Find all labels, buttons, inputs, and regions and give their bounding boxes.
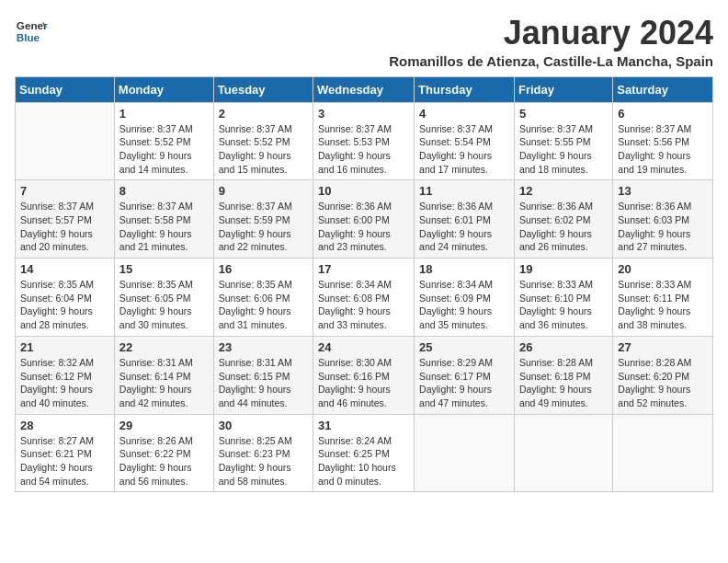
day-number: 19 [519, 262, 608, 276]
calendar-cell: 15Sunrise: 8:35 AM Sunset: 6:05 PM Dayli… [114, 259, 213, 337]
calendar-cell: 22Sunrise: 8:31 AM Sunset: 6:14 PM Dayli… [114, 336, 213, 414]
day-info: Sunrise: 8:33 AM Sunset: 6:11 PM Dayligh… [618, 278, 708, 332]
day-number: 14 [20, 262, 109, 276]
day-number: 15 [119, 262, 209, 276]
day-number: 6 [618, 107, 708, 121]
day-info: Sunrise: 8:24 AM Sunset: 6:25 PM Dayligh… [318, 434, 409, 488]
day-info: Sunrise: 8:27 AM Sunset: 6:21 PM Dayligh… [20, 434, 109, 488]
calendar-cell: 24Sunrise: 8:30 AM Sunset: 6:16 PM Dayli… [313, 336, 415, 414]
day-number: 7 [20, 184, 109, 198]
day-number: 3 [318, 107, 409, 121]
calendar-cell: 8Sunrise: 8:37 AM Sunset: 5:58 PM Daylig… [114, 180, 213, 259]
calendar-week-row: 21Sunrise: 8:32 AM Sunset: 6:12 PM Dayli… [16, 336, 713, 414]
calendar-cell: 2Sunrise: 8:37 AM Sunset: 5:52 PM Daylig… [213, 102, 313, 180]
day-info: Sunrise: 8:32 AM Sunset: 6:12 PM Dayligh… [20, 356, 109, 410]
calendar-cell: 20Sunrise: 8:33 AM Sunset: 6:11 PM Dayli… [613, 259, 713, 337]
calendar-week-row: 1Sunrise: 8:37 AM Sunset: 5:52 PM Daylig… [16, 102, 713, 180]
day-info: Sunrise: 8:36 AM Sunset: 6:02 PM Dayligh… [519, 200, 608, 254]
calendar-cell: 14Sunrise: 8:35 AM Sunset: 6:04 PM Dayli… [16, 259, 115, 337]
calendar-week-row: 7Sunrise: 8:37 AM Sunset: 5:57 PM Daylig… [16, 180, 713, 259]
day-of-week-header: Tuesday [213, 76, 313, 102]
calendar-cell: 11Sunrise: 8:36 AM Sunset: 6:01 PM Dayli… [415, 180, 515, 259]
logo-icon: General Blue [15, 15, 48, 48]
day-number: 12 [519, 184, 608, 198]
day-number: 4 [419, 107, 509, 121]
day-number: 26 [519, 340, 608, 354]
day-of-week-header: Sunday [16, 76, 115, 102]
calendar-cell: 7Sunrise: 8:37 AM Sunset: 5:57 PM Daylig… [16, 180, 115, 259]
day-number: 8 [119, 184, 209, 198]
logo: General Blue [15, 15, 48, 48]
day-number: 30 [219, 419, 308, 432]
calendar-cell: 18Sunrise: 8:34 AM Sunset: 6:09 PM Dayli… [415, 259, 515, 337]
calendar-cell: 1Sunrise: 8:37 AM Sunset: 5:52 PM Daylig… [114, 102, 213, 180]
calendar-cell: 27Sunrise: 8:28 AM Sunset: 6:20 PM Dayli… [613, 336, 713, 414]
calendar-cell: 5Sunrise: 8:37 AM Sunset: 5:55 PM Daylig… [514, 102, 612, 180]
day-info: Sunrise: 8:36 AM Sunset: 6:00 PM Dayligh… [318, 200, 409, 254]
calendar-cell: 9Sunrise: 8:37 AM Sunset: 5:59 PM Daylig… [213, 180, 313, 259]
day-info: Sunrise: 8:35 AM Sunset: 6:06 PM Dayligh… [219, 278, 308, 332]
calendar-cell: 17Sunrise: 8:34 AM Sunset: 6:08 PM Dayli… [313, 259, 415, 337]
calendar-cell: 31Sunrise: 8:24 AM Sunset: 6:25 PM Dayli… [313, 414, 415, 492]
calendar-cell: 12Sunrise: 8:36 AM Sunset: 6:02 PM Dayli… [514, 180, 612, 259]
day-number: 2 [219, 107, 308, 121]
day-number: 27 [618, 340, 708, 354]
day-info: Sunrise: 8:33 AM Sunset: 6:10 PM Dayligh… [519, 278, 608, 332]
day-number: 25 [419, 340, 509, 354]
calendar-body: 1Sunrise: 8:37 AM Sunset: 5:52 PM Daylig… [16, 102, 713, 492]
day-number: 17 [318, 262, 409, 276]
day-number: 9 [219, 184, 308, 198]
day-number: 20 [618, 262, 708, 276]
day-info: Sunrise: 8:26 AM Sunset: 6:22 PM Dayligh… [119, 434, 209, 488]
day-of-week-header: Thursday [415, 76, 515, 102]
day-of-week-header: Friday [514, 76, 612, 102]
calendar-cell [514, 414, 612, 492]
day-info: Sunrise: 8:37 AM Sunset: 5:57 PM Dayligh… [20, 200, 109, 254]
day-info: Sunrise: 8:37 AM Sunset: 5:59 PM Dayligh… [219, 200, 308, 254]
day-info: Sunrise: 8:29 AM Sunset: 6:17 PM Dayligh… [419, 356, 509, 410]
day-info: Sunrise: 8:31 AM Sunset: 6:15 PM Dayligh… [219, 356, 308, 410]
calendar-cell: 29Sunrise: 8:26 AM Sunset: 6:22 PM Dayli… [114, 414, 213, 492]
day-info: Sunrise: 8:36 AM Sunset: 6:03 PM Dayligh… [618, 200, 708, 254]
day-info: Sunrise: 8:35 AM Sunset: 6:04 PM Dayligh… [20, 278, 109, 332]
day-info: Sunrise: 8:28 AM Sunset: 6:20 PM Dayligh… [618, 356, 708, 410]
day-number: 16 [219, 262, 308, 276]
calendar-cell: 26Sunrise: 8:28 AM Sunset: 6:18 PM Dayli… [514, 336, 612, 414]
day-info: Sunrise: 8:37 AM Sunset: 5:56 PM Dayligh… [618, 122, 708, 177]
day-number: 24 [318, 340, 409, 354]
day-of-week-header: Saturday [613, 76, 713, 102]
calendar-cell: 23Sunrise: 8:31 AM Sunset: 6:15 PM Dayli… [213, 336, 313, 414]
day-info: Sunrise: 8:36 AM Sunset: 6:01 PM Dayligh… [419, 200, 509, 254]
calendar-week-row: 28Sunrise: 8:27 AM Sunset: 6:21 PM Dayli… [16, 414, 713, 492]
day-number: 21 [20, 340, 109, 354]
day-info: Sunrise: 8:37 AM Sunset: 5:52 PM Dayligh… [219, 122, 308, 177]
day-number: 11 [419, 184, 509, 198]
day-number: 29 [119, 419, 209, 432]
calendar-cell [613, 414, 713, 492]
day-info: Sunrise: 8:28 AM Sunset: 6:18 PM Dayligh… [519, 356, 608, 410]
svg-text:General: General [17, 19, 48, 31]
month-title: January 2024 [389, 15, 713, 52]
title-block: January 2024 Romanillos de Atienza, Cast… [389, 15, 713, 69]
location-subtitle: Romanillos de Atienza, Castille-La Manch… [389, 53, 713, 69]
calendar-cell: 3Sunrise: 8:37 AM Sunset: 5:53 PM Daylig… [313, 102, 415, 180]
calendar-cell: 19Sunrise: 8:33 AM Sunset: 6:10 PM Dayli… [514, 259, 612, 337]
day-number: 10 [318, 184, 409, 198]
calendar-cell: 16Sunrise: 8:35 AM Sunset: 6:06 PM Dayli… [213, 259, 313, 337]
day-number: 5 [519, 107, 608, 121]
day-info: Sunrise: 8:37 AM Sunset: 5:55 PM Dayligh… [519, 122, 608, 177]
day-number: 22 [119, 340, 209, 354]
calendar-cell: 28Sunrise: 8:27 AM Sunset: 6:21 PM Dayli… [16, 414, 115, 492]
day-info: Sunrise: 8:37 AM Sunset: 5:58 PM Dayligh… [119, 200, 209, 254]
day-info: Sunrise: 8:37 AM Sunset: 5:52 PM Dayligh… [119, 122, 209, 177]
day-number: 23 [219, 340, 308, 354]
day-info: Sunrise: 8:34 AM Sunset: 6:09 PM Dayligh… [419, 278, 509, 332]
calendar-cell [16, 102, 115, 180]
calendar-cell: 6Sunrise: 8:37 AM Sunset: 5:56 PM Daylig… [613, 102, 713, 180]
day-of-week-header: Wednesday [313, 76, 415, 102]
calendar-cell: 13Sunrise: 8:36 AM Sunset: 6:03 PM Dayli… [613, 180, 713, 259]
day-of-week-row: SundayMondayTuesdayWednesdayThursdayFrid… [16, 76, 713, 102]
day-number: 28 [20, 419, 109, 432]
calendar-cell: 21Sunrise: 8:32 AM Sunset: 6:12 PM Dayli… [16, 336, 115, 414]
day-info: Sunrise: 8:35 AM Sunset: 6:05 PM Dayligh… [119, 278, 209, 332]
